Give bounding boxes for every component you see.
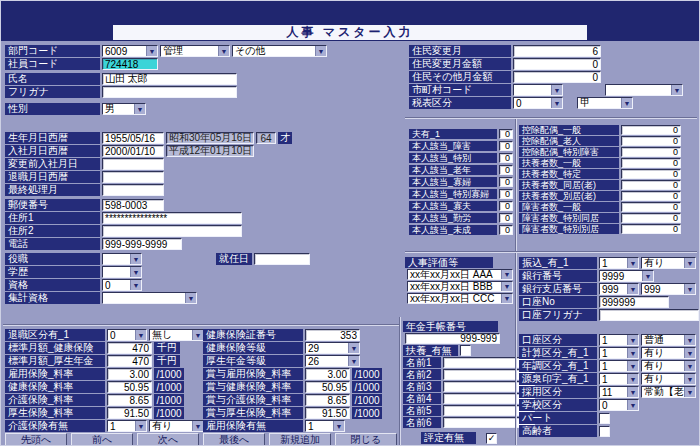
chevron-down-icon[interactable]: ▼ xyxy=(684,374,695,384)
dependents-specific-field[interactable]: 0 xyxy=(621,169,681,179)
self-special-field[interactable]: 0 xyxy=(499,153,513,163)
phone-field[interactable]: 999-999-9999 xyxy=(102,238,182,250)
chevron-down-icon[interactable]: ▼ xyxy=(627,387,638,397)
calc-class-combo[interactable]: 1▼ xyxy=(599,347,639,359)
evaluation-2-combo[interactable]: xx年xx月xx日 BBB▼ xyxy=(407,281,513,292)
chevron-down-icon[interactable]: ▼ xyxy=(684,335,695,345)
postal-code-field[interactable]: 598-0003 xyxy=(102,199,164,211)
withholding-print-class-text-combo[interactable]: 有り▼ xyxy=(641,373,696,385)
bonus-care-insurance-rate-field[interactable]: 8.65 xyxy=(305,394,350,406)
care-insurance-rate-field[interactable]: 8.65 xyxy=(107,394,152,406)
deduct-spouse-special-disability-field[interactable]: 0 xyxy=(621,147,681,157)
standard-monthly-health-field[interactable]: 470 xyxy=(107,342,152,354)
disabled-general-field[interactable]: 0 xyxy=(621,202,681,212)
previous-record-button[interactable]: 前へ xyxy=(71,433,133,446)
resident-other-amount-field[interactable]: 0 xyxy=(513,71,601,83)
tax-table-type-combo[interactable]: 甲▼ xyxy=(577,97,633,109)
gender-combo[interactable]: 男▼ xyxy=(102,103,146,115)
husband-flag-field[interactable]: 0 xyxy=(499,129,513,139)
birth-date-field[interactable]: 1955/05/16 xyxy=(102,132,164,144)
chevron-down-icon[interactable]: ▼ xyxy=(627,284,638,294)
birth-date-era-field[interactable]: 昭和30年05月16日 xyxy=(166,132,254,144)
furigana-field[interactable] xyxy=(102,86,237,98)
chevron-down-icon[interactable]: ▼ xyxy=(671,85,682,95)
chevron-down-icon[interactable]: ▼ xyxy=(627,335,638,345)
school-class-combo[interactable]: 0▼ xyxy=(599,399,639,411)
bonus-health-insurance-rate-field[interactable]: 50.95 xyxy=(305,381,350,393)
chevron-down-icon[interactable]: ▼ xyxy=(627,361,638,371)
deduct-spouse-elderly-field[interactable]: 0 xyxy=(621,136,681,146)
municipality-name-combo[interactable]: ▼ xyxy=(605,84,683,96)
summary-qualification-combo[interactable]: ▼ xyxy=(102,292,197,304)
retirement-class-text-combo[interactable]: 無し▼ xyxy=(149,329,204,341)
pension-book-number-value-field[interactable]: 999-999 xyxy=(405,333,500,344)
chevron-down-icon[interactable]: ▼ xyxy=(627,258,638,268)
last-processed-month-field[interactable] xyxy=(102,184,164,196)
municipality-code-combo[interactable]: ▼ xyxy=(513,84,563,96)
yearend-adjust-class-combo[interactable]: 1▼ xyxy=(599,360,639,372)
self-working-student-field[interactable]: 0 xyxy=(499,213,513,223)
employee-code-field[interactable]: 724418 xyxy=(102,58,158,70)
bank-branch-number-2-combo[interactable]: 999▼ xyxy=(641,283,696,295)
self-minor-field[interactable]: 0 xyxy=(499,225,513,235)
chevron-down-icon[interactable]: ▼ xyxy=(134,104,145,114)
chevron-down-icon[interactable]: ▼ xyxy=(130,254,141,264)
add-new-button[interactable]: 新規追加 xyxy=(269,433,331,446)
account-class-combo[interactable]: 1▼ xyxy=(599,334,639,346)
chevron-down-icon[interactable]: ▼ xyxy=(501,282,512,291)
pre-change-hire-date-field[interactable] xyxy=(102,158,164,170)
account-number-field[interactable]: 999999 xyxy=(599,296,669,308)
transfer-flag-text-combo[interactable]: 有り▼ xyxy=(641,257,696,269)
chevron-down-icon[interactable]: ▼ xyxy=(185,293,196,303)
welfare-insurance-rate-field[interactable]: 91.50 xyxy=(107,407,152,419)
health-insurance-grade-combo[interactable]: 29▼ xyxy=(305,342,360,354)
last-record-button[interactable]: 最後へ xyxy=(203,433,265,446)
chevron-down-icon[interactable]: ▼ xyxy=(192,421,203,431)
chevron-down-icon[interactable]: ▼ xyxy=(135,421,146,431)
appointment-date-field[interactable] xyxy=(254,253,310,265)
disabled-special-separate-field[interactable]: 0 xyxy=(621,224,681,234)
withholding-print-class-combo[interactable]: 1▼ xyxy=(599,373,639,385)
calc-class-text-combo[interactable]: 有り▼ xyxy=(641,347,696,359)
chevron-down-icon[interactable]: ▼ xyxy=(218,46,229,56)
dependents-separate-elderly-field[interactable]: 0 xyxy=(621,191,681,201)
chevron-down-icon[interactable]: ▼ xyxy=(551,85,562,95)
chevron-down-icon[interactable]: ▼ xyxy=(348,343,359,353)
dependents-general-field[interactable]: 0 xyxy=(621,158,681,168)
chevron-down-icon[interactable]: ▼ xyxy=(642,271,653,281)
chevron-down-icon[interactable]: ▼ xyxy=(684,387,695,397)
chevron-down-icon[interactable]: ▼ xyxy=(315,46,326,56)
chevron-down-icon[interactable]: ▼ xyxy=(627,348,638,358)
chevron-down-icon[interactable]: ▼ xyxy=(627,400,638,410)
address1-field[interactable]: **************** xyxy=(102,212,242,224)
chevron-down-icon[interactable]: ▼ xyxy=(551,98,562,108)
name-field[interactable]: 山田 太郎 xyxy=(102,73,237,85)
chevron-down-icon[interactable]: ▼ xyxy=(684,361,695,371)
care-insurance-flag-combo[interactable]: 1▼ xyxy=(107,420,147,432)
senior-checkbox[interactable] xyxy=(599,426,610,437)
tax-table-class-combo[interactable]: 0▼ xyxy=(513,97,563,109)
department-category-combo[interactable]: その他▼ xyxy=(232,45,327,57)
account-furigana-field[interactable] xyxy=(599,309,699,321)
bank-branch-number-combo[interactable]: 999▼ xyxy=(599,283,639,295)
position-combo[interactable]: ▼ xyxy=(102,253,142,265)
employment-class-combo[interactable]: 11▼ xyxy=(599,386,639,398)
close-button[interactable]: 閉じる xyxy=(335,433,397,446)
bonus-employment-insurance-rate-field[interactable]: 3.00 xyxy=(305,368,350,380)
retirement-date-field[interactable] xyxy=(102,171,164,183)
disabled-special-cohabiting-field[interactable]: 0 xyxy=(621,213,681,223)
chevron-down-icon[interactable]: ▼ xyxy=(501,270,512,279)
chevron-down-icon[interactable]: ▼ xyxy=(348,356,359,366)
yearend-adjust-class-text-combo[interactable]: 有り▼ xyxy=(641,360,696,372)
employment-insurance-flag-combo[interactable]: 1▼ xyxy=(305,420,345,432)
bonus-welfare-insurance-rate-field[interactable]: 91.50 xyxy=(305,407,350,419)
part-time-checkbox[interactable] xyxy=(599,413,610,424)
chevron-down-icon[interactable]: ▼ xyxy=(627,374,638,384)
hire-date-field[interactable]: 2000/01/10 xyxy=(102,145,164,157)
bank-number-combo[interactable]: 9999▼ xyxy=(599,270,654,282)
evaluation-3-combo[interactable]: xx年xx月xx日 CCC▼ xyxy=(407,293,513,304)
chevron-down-icon[interactable]: ▼ xyxy=(501,294,512,303)
chevron-down-icon[interactable]: ▼ xyxy=(130,280,141,290)
self-elderly-field[interactable]: 0 xyxy=(499,165,513,175)
age-field[interactable]: 64 xyxy=(256,132,276,144)
